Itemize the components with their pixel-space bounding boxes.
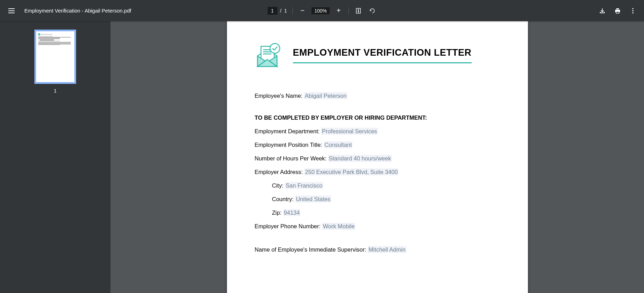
filename: Employment Verification - Abigail Peters… — [24, 8, 131, 14]
pdf-viewer[interactable]: EMPLOYMENT VERIFICATION LETTER Employee'… — [111, 21, 644, 293]
field-label: City: — [272, 182, 285, 189]
envelope-check-icon — [255, 42, 283, 68]
field-department: Employment Department: Professional Serv… — [255, 128, 500, 135]
field-employee-name: Employee's Name: Abigail Peterson — [255, 93, 500, 99]
svg-rect-3 — [616, 8, 619, 9]
field-value: Standard 40 hours/week — [328, 155, 392, 162]
field-value: San Francisco — [285, 182, 323, 189]
field-zip: Zip: 94134 — [255, 209, 500, 216]
zoom-value: 100% — [311, 7, 329, 14]
thumbnail-label: 1 — [54, 88, 57, 94]
fit-page-icon[interactable] — [354, 7, 362, 15]
page-indicator: / 1 — [268, 7, 287, 15]
field-value: Work Mobile — [322, 223, 355, 230]
page-separator: / — [280, 8, 282, 14]
field-value: Professional Services — [321, 128, 378, 135]
field-label: Employment Position Title: — [255, 142, 324, 148]
rotate-icon[interactable] — [368, 7, 376, 15]
svg-point-8 — [632, 12, 634, 14]
field-phone: Employer Phone Number: Work Mobile — [255, 223, 500, 230]
menu-icon[interactable] — [7, 7, 16, 15]
field-city: City: San Francisco — [255, 182, 500, 189]
svg-rect-5 — [616, 11, 619, 13]
field-label: Employer Phone Number: — [255, 223, 322, 229]
field-value: 250 Executive Park Blvd, Suite 3400 — [304, 168, 399, 175]
field-label: Country: — [272, 196, 295, 202]
field-value: Consultant — [324, 141, 353, 148]
field-label: Employment Department: — [255, 128, 321, 134]
svg-point-7 — [632, 10, 634, 11]
field-label: Employee's Name: — [255, 93, 304, 99]
divider — [348, 7, 349, 14]
field-country: Country: United States — [255, 196, 500, 203]
print-icon[interactable] — [613, 7, 622, 15]
toolbar-right — [598, 7, 637, 15]
svg-point-6 — [632, 8, 634, 9]
page-input[interactable] — [268, 7, 277, 15]
field-hours: Number of Hours Per Week: Standard 40 ho… — [255, 155, 500, 162]
svg-point-17 — [270, 43, 280, 53]
page-thumbnail[interactable]: EMPLOYMENT VERIFICATION LETTER — [34, 30, 76, 84]
pdf-toolbar: Employment Verification - Abigail Peters… — [0, 0, 644, 21]
thumbnail-sidebar: EMPLOYMENT VERIFICATION LETTER — [0, 21, 111, 293]
download-icon[interactable] — [598, 7, 606, 15]
section-header: TO BE COMPLETED BY EMPLOYER OR HIRING DE… — [255, 114, 500, 121]
field-address: Employer Address: 250 Executive Park Blv… — [255, 169, 500, 175]
field-value: 94134 — [283, 209, 301, 216]
zoom-in-button[interactable]: + — [334, 7, 343, 15]
field-label: Name of Employee's Immediate Supervisor: — [255, 246, 368, 253]
document-title: EMPLOYMENT VERIFICATION LETTER — [293, 47, 472, 63]
total-pages: 1 — [284, 8, 287, 14]
field-label: Number of Hours Per Week: — [255, 155, 328, 161]
field-label: Zip: — [272, 209, 283, 216]
divider — [292, 7, 293, 14]
zoom-out-button[interactable]: − — [298, 7, 307, 15]
field-value: Abigail Peterson — [304, 92, 347, 99]
field-value: United States — [295, 196, 331, 203]
field-supervisor: Name of Employee's Immediate Supervisor:… — [255, 246, 500, 253]
field-position: Employment Position Title: Consultant — [255, 142, 500, 148]
main-area: EMPLOYMENT VERIFICATION LETTER — [0, 21, 644, 293]
zoom-controls: − 100% + — [298, 7, 343, 15]
more-icon[interactable] — [629, 7, 637, 15]
field-value: Mitchell Admin — [368, 246, 406, 253]
toolbar-left: Employment Verification - Abigail Peters… — [7, 7, 131, 15]
document-header: EMPLOYMENT VERIFICATION LETTER — [255, 42, 500, 68]
pdf-page: EMPLOYMENT VERIFICATION LETTER Employee'… — [227, 21, 528, 293]
toolbar-center: / 1 − 100% + — [268, 7, 377, 15]
field-label: Employer Address: — [255, 169, 304, 175]
